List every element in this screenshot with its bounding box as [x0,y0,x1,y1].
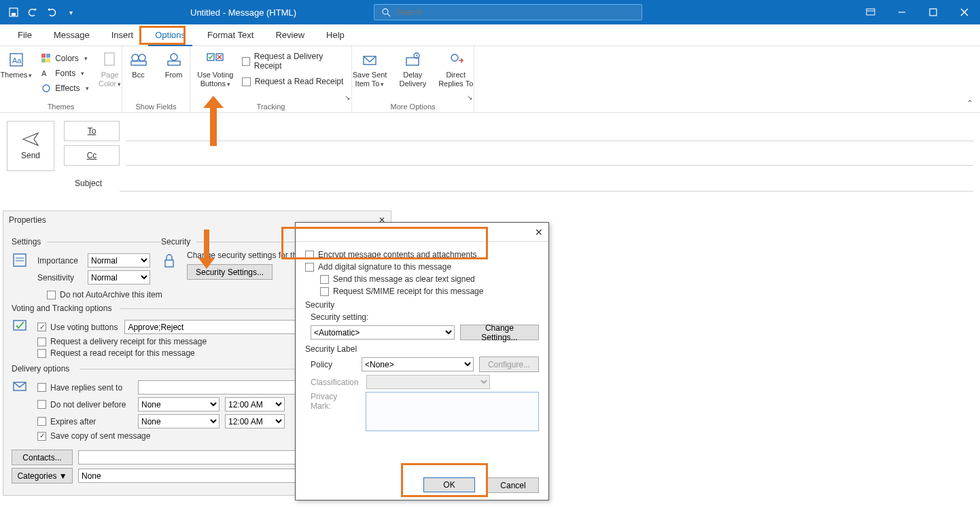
direct-replies-to-button[interactable]: Direct Replies To [436,49,476,90]
save-sent-icon [360,50,379,69]
svg-text:Aa: Aa [12,56,22,65]
tab-format-text[interactable]: Format Text [196,24,264,46]
deliver-time-select[interactable]: 12:00 AM [225,397,285,412]
themes-button[interactable]: Aa Themes [0,49,35,81]
svg-point-22 [171,54,177,60]
checkbox-icon[interactable] [37,383,46,392]
collapse-ribbon-icon[interactable]: ⌃ [966,98,973,108]
use-voting-buttons[interactable]: Use Voting Buttons [196,49,235,90]
security-properties-close-icon[interactable]: ✕ [535,227,543,238]
tracking-group-label: Tracking [257,101,285,111]
expires-time-select[interactable]: 12:00 AM [225,414,285,428]
tab-help[interactable]: Help [315,24,355,46]
maximize-icon[interactable] [917,0,949,24]
properties-title: Properties [9,215,46,225]
ribbon-display-icon[interactable] [855,0,886,24]
ribbon-tabs: File Message Insert Options Format Text … [0,24,980,46]
qat-more-icon[interactable]: ▾ [63,4,79,20]
checkbox-icon [305,251,314,259]
svg-line-3 [387,14,390,16]
cancel-button[interactable]: Cancel [487,477,539,493]
security-label-section: Security Label [305,344,539,354]
tab-review[interactable]: Review [264,24,315,46]
svg-rect-7 [930,9,937,16]
checkbox-icon[interactable] [37,323,46,331]
voting-dialog-icon [12,317,32,360]
request-delivery-receipt[interactable]: Request a Delivery Receipt [242,54,346,68]
search-box[interactable] [374,4,642,20]
delivery-options-header: Delivery options [12,364,69,373]
subject-label: Subject [7,179,120,188]
expires-label: Expires after [50,417,96,426]
importance-select[interactable]: Normal [88,253,150,268]
minimize-icon[interactable] [886,0,917,24]
security-settings-button[interactable]: Security Settings... [187,264,273,280]
sensitivity-label: Sensitivity [37,273,82,282]
checkbox-icon[interactable] [37,349,46,358]
use-voting-label: Use voting buttons [50,323,118,332]
sensitivity-select[interactable]: Normal [88,270,150,285]
svg-rect-4 [867,9,875,15]
checkbox-icon [320,287,329,296]
categories-button[interactable]: Categories ▼ [12,468,73,484]
to-field[interactable] [126,121,973,141]
cc-button[interactable]: Cc [64,145,120,166]
req-read-label: Request a read receipt for this message [50,348,195,358]
cleartext-checkbox[interactable]: Send this message as clear text signed [320,274,539,284]
tab-message[interactable]: Message [43,24,101,46]
effects-button[interactable]: Effects [41,81,88,95]
undo-icon[interactable] [24,4,41,20]
search-input[interactable] [396,7,642,17]
policy-select[interactable]: <None> [362,357,474,371]
subject-field[interactable] [120,175,973,191]
ok-button[interactable]: OK [423,477,475,492]
save-sent-item-to-button[interactable]: Save Sent Item To [350,49,390,90]
contacts-button[interactable]: Contacts... [12,450,73,465]
checkbox-icon [320,275,329,284]
svg-point-20 [139,54,145,61]
colors-button[interactable]: Colors [41,52,88,65]
send-button[interactable]: Send [7,121,54,171]
tab-options[interactable]: Options [144,24,196,46]
cc-field[interactable] [126,145,973,166]
voting-tracking-header: Voting and Tracking options [12,304,111,313]
delay-delivery-button[interactable]: Delay Delivery [396,49,429,90]
checkbox-icon [242,77,251,86]
autoarchive-label: Do not AutoArchive this item [60,290,162,299]
expires-date-select[interactable]: None [138,414,220,428]
security-lock-icon [161,251,181,280]
fonts-button[interactable]: A Fonts [41,67,88,80]
encrypt-checkbox[interactable]: Encrypt message contents and attachments [305,250,539,259]
configure-button: Configure... [479,357,539,372]
svg-rect-32 [14,254,26,266]
page-color-button[interactable]: Page Color [96,49,124,90]
checkbox-icon [305,263,314,272]
classification-label: Classification [311,378,361,387]
save-icon[interactable] [5,4,22,20]
voting-icon [206,50,225,69]
checkbox-icon[interactable] [37,417,46,426]
from-button[interactable]: From [160,49,188,81]
tab-file[interactable]: File [7,24,43,46]
request-read-receipt[interactable]: Request a Read Receipt [242,75,346,88]
change-settings-button[interactable]: Change Settings... [460,325,539,340]
bcc-button[interactable]: Bcc [124,49,153,81]
tab-insert[interactable]: Insert [101,24,145,46]
smime-checkbox[interactable]: Request S/MIME receipt for this message [320,287,539,296]
checkbox-icon[interactable] [47,291,56,299]
page-color-icon [101,50,120,69]
more-options-launcher-icon[interactable]: ↘ [467,94,472,101]
checkbox-icon[interactable] [37,432,46,441]
close-icon[interactable] [949,0,980,24]
show-fields-group-label: Show Fields [136,101,177,111]
signature-checkbox[interactable]: Add digital signature to this message [305,262,539,272]
checkbox-icon[interactable] [37,400,46,409]
checkbox-icon [242,57,250,66]
quick-access-toolbar: ▾ [0,4,79,20]
checkbox-icon[interactable] [37,338,46,346]
to-button[interactable]: To [64,121,120,141]
deliver-date-select[interactable]: None [138,397,220,412]
security-setting-select[interactable]: <Automatic> [311,325,455,340]
redo-icon[interactable] [43,4,60,20]
svg-text:A: A [41,69,47,77]
